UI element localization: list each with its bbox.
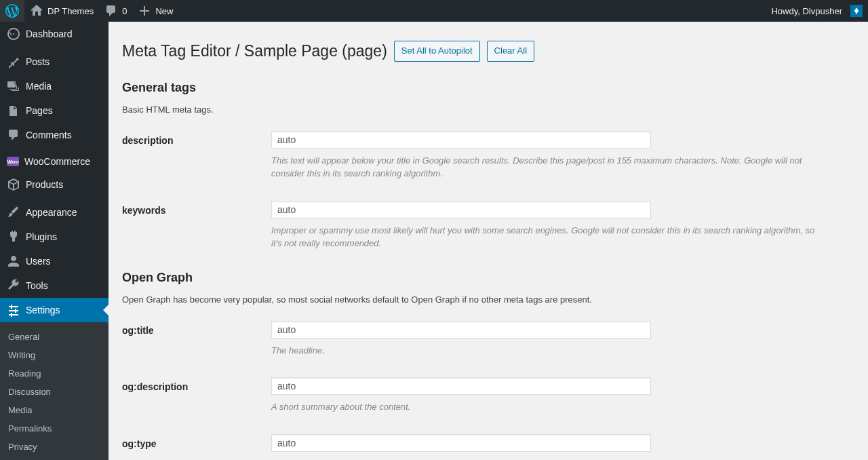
submenu-reading[interactable]: Reading [0, 364, 108, 383]
label-og-description: og:description [122, 377, 271, 392]
sidebar-item-label: Comments [26, 130, 72, 140]
sidebar-item-label: Products [26, 179, 63, 190]
home-icon [30, 4, 43, 18]
help-og-title: The headline. [271, 344, 827, 358]
help-description: This text will appear below your title i… [271, 154, 827, 180]
plug-icon [7, 230, 20, 244]
avatar-icon [852, 7, 861, 15]
sidebar-item-label: WooCommerce [24, 156, 90, 167]
input-description[interactable] [271, 131, 651, 149]
sidebar-item-woocommerce[interactable]: Woo WooCommerce [0, 151, 108, 172]
user-menu[interactable]: Howdy, Divpusher [766, 0, 868, 22]
sidebar-item-label: Posts [26, 56, 50, 67]
field-keywords: keywords Improper or spammy use most lik… [122, 201, 854, 250]
sidebar-item-label: Users [26, 256, 51, 267]
avatar [850, 5, 863, 17]
main-content: Meta Tag Editor / Sample Page (page) Set… [108, 22, 868, 460]
product-icon [7, 178, 20, 191]
label-og-title: og:title [122, 321, 271, 336]
new-content[interactable]: New [132, 0, 178, 22]
field-og-description: og:description A short summary about the… [122, 377, 854, 414]
pin-icon [7, 55, 20, 69]
input-og-title[interactable] [271, 321, 651, 339]
wordpress-icon [5, 4, 19, 18]
sliders-icon [7, 303, 20, 317]
settings-submenu: General Writing Reading Discussion Media… [0, 322, 108, 460]
comment-icon [104, 4, 118, 18]
input-og-type[interactable] [271, 434, 651, 452]
submenu-permalinks[interactable]: Permalinks [0, 419, 108, 438]
sidebar-item-label: Tools [26, 280, 48, 291]
section-title-og: Open Graph [122, 271, 854, 285]
woocommerce-icon: Woo [7, 157, 19, 166]
sidebar-item-settings[interactable]: Settings [0, 298, 108, 322]
field-og-title: og:title The headline. [122, 321, 854, 358]
input-og-description[interactable] [271, 377, 651, 395]
comments-link[interactable]: 0 [99, 0, 132, 22]
media-icon [7, 79, 20, 93]
new-label: New [155, 6, 173, 16]
pages-icon [7, 104, 20, 117]
sidebar-item-appearance[interactable]: Appearance [0, 200, 108, 225]
brush-icon [7, 206, 20, 219]
sidebar-item-users[interactable]: Users [0, 249, 108, 273]
input-keywords[interactable] [271, 201, 651, 218]
autopilot-button[interactable]: Set All to Autopilot [394, 41, 480, 62]
sidebar-item-plugins[interactable]: Plugins [0, 225, 108, 249]
sidebar-item-label: Media [26, 81, 52, 92]
wrench-icon [7, 279, 20, 292]
submenu-privacy[interactable]: Privacy [0, 438, 108, 456]
comments-icon [7, 128, 20, 142]
field-og-type: og:type [122, 434, 854, 452]
site-link[interactable]: DP Themes [24, 0, 99, 22]
adminbar: DP Themes 0 New Howdy, Divpusher [0, 0, 868, 22]
label-keywords: keywords [122, 201, 271, 216]
submenu-media[interactable]: Media [0, 401, 108, 419]
sidebar-item-label: Plugins [26, 231, 57, 242]
comment-count: 0 [122, 6, 127, 16]
clear-all-button[interactable]: Clear All [487, 41, 534, 62]
sidebar-item-media[interactable]: Media [0, 74, 108, 98]
page-title: Meta Tag Editor / Sample Page (page) [122, 42, 387, 60]
sidebar-item-posts[interactable]: Posts [0, 50, 108, 74]
wp-logo[interactable] [0, 0, 24, 22]
section-desc-og: Open Graph has become very popular, so m… [122, 294, 854, 305]
field-description: description This text will appear below … [122, 131, 854, 180]
sidebar-item-label: Pages [26, 105, 53, 116]
section-desc-general: Basic HTML meta tags. [122, 104, 854, 115]
submenu-general[interactable]: General [0, 328, 108, 346]
sidebar-item-label: Dashboard [26, 28, 73, 39]
sidebar-item-products[interactable]: Products [0, 172, 108, 197]
label-description: description [122, 131, 271, 146]
users-icon [7, 254, 20, 268]
admin-sidebar: Dashboard Posts Media Pages Comments Woo… [0, 22, 108, 460]
submenu-discussion[interactable]: Discussion [0, 383, 108, 401]
sidebar-item-tools[interactable]: Tools [0, 273, 108, 298]
plus-icon [138, 4, 151, 18]
sidebar-item-dashboard[interactable]: Dashboard [0, 22, 108, 46]
site-name: DP Themes [47, 6, 94, 16]
help-og-description: A short summary about the content. [271, 400, 827, 414]
sidebar-item-comments[interactable]: Comments [0, 123, 108, 147]
help-keywords: Improper or spammy use most likely will … [271, 224, 827, 250]
section-title-general: General tags [122, 81, 854, 95]
howdy-text: Howdy, Divpusher [771, 6, 842, 16]
sidebar-item-label: Appearance [26, 207, 77, 218]
sidebar-item-pages[interactable]: Pages [0, 98, 108, 123]
submenu-writing[interactable]: Writing [0, 346, 108, 364]
sidebar-item-label: Settings [26, 305, 60, 315]
label-og-type: og:type [122, 434, 271, 449]
dashboard-icon [7, 27, 20, 41]
